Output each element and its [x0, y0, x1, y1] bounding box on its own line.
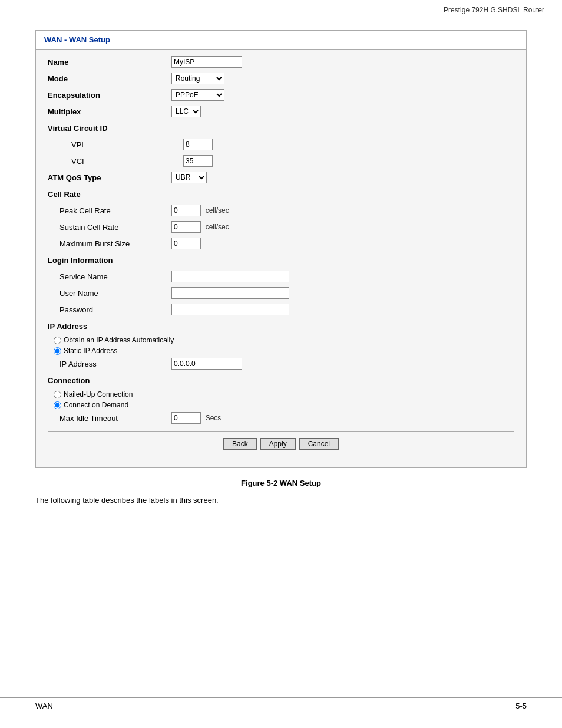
obtain-ip-label: Obtain an IP Address Automatically	[64, 336, 174, 344]
service-name-row: Service Name	[48, 270, 514, 283]
mode-row: Mode Routing Bridge	[48, 72, 514, 85]
obtain-ip-radio[interactable]	[54, 337, 61, 344]
sustain-cell-unit: cell/sec	[206, 223, 229, 231]
user-name-input[interactable]	[171, 287, 289, 299]
encapsulation-label: Encapsulation	[48, 91, 171, 100]
name-control	[171, 56, 514, 68]
atm-qos-select[interactable]: UBR CBR VBR	[171, 172, 207, 183]
vpi-row: VPI	[48, 138, 514, 151]
encapsulation-row: Encapsulation PPPoE RFC 1483 ENET ENCAP …	[48, 88, 514, 101]
name-row: Name	[48, 55, 514, 68]
nailed-up-label: Nailed-Up Connection	[64, 390, 133, 398]
nailed-up-row: Nailed-Up Connection	[48, 390, 514, 398]
multiplex-label: Multiplex	[48, 107, 171, 116]
vci-input[interactable]	[183, 155, 213, 167]
page-title: Prestige 792H G.SHDSL Router	[444, 6, 544, 14]
service-name-label: Service Name	[48, 272, 171, 281]
vpi-control	[183, 139, 514, 150]
virtual-circuit-label: Virtual Circuit ID	[48, 124, 171, 133]
vci-row: VCI	[48, 154, 514, 167]
page-header: Prestige 792H G.SHDSL Router	[0, 0, 562, 18]
button-row: Back Apply Cancel	[48, 438, 514, 450]
footer-left: WAN	[35, 701, 53, 710]
mode-control: Routing Bridge	[171, 73, 514, 84]
user-name-label: User Name	[48, 289, 171, 298]
description-text: The following table describes the labels…	[35, 496, 527, 505]
password-input[interactable]	[171, 304, 289, 315]
user-name-row: User Name	[48, 286, 514, 299]
back-button[interactable]: Back	[223, 438, 257, 450]
password-control	[171, 304, 514, 315]
name-label: Name	[48, 58, 171, 67]
max-idle-input[interactable]	[171, 412, 201, 424]
multiplex-select[interactable]: LLC VC	[171, 106, 201, 117]
vci-control	[183, 155, 514, 167]
sustain-cell-row: Sustain Cell Rate cell/sec	[48, 220, 514, 233]
peak-cell-control: cell/sec	[171, 205, 514, 216]
connect-demand-radio[interactable]	[54, 401, 61, 409]
cancel-button[interactable]: Cancel	[299, 438, 339, 450]
max-idle-label: Max Idle Timeout	[48, 414, 171, 423]
wan-setup-panel: WAN - WAN Setup Name Mode Routing Bridge	[35, 30, 527, 468]
login-info-label: Login Information	[48, 256, 171, 265]
ip-addr-control	[171, 358, 514, 370]
max-idle-control: Secs	[171, 412, 514, 424]
password-row: Password	[48, 303, 514, 316]
page-footer: WAN 5-5	[0, 697, 562, 710]
mode-label: Mode	[48, 74, 171, 83]
peak-cell-row: Peak Cell Rate cell/sec	[48, 204, 514, 217]
connection-label: Connection	[48, 376, 171, 385]
user-name-control	[171, 287, 514, 299]
obtain-ip-row: Obtain an IP Address Automatically	[48, 336, 514, 344]
encapsulation-control: PPPoE RFC 1483 ENET ENCAP PPPoA	[171, 89, 514, 101]
service-name-input[interactable]	[171, 271, 289, 282]
connect-demand-row: Connect on Demand	[48, 401, 514, 409]
ip-addr-row: IP Address	[48, 357, 514, 370]
form-body: Name Mode Routing Bridge Encapsulation	[36, 50, 526, 456]
vpi-label: VPI	[59, 140, 183, 149]
connection-header-row: Connection	[48, 374, 514, 387]
static-ip-label: Static IP Address	[64, 347, 117, 355]
form-divider	[48, 431, 514, 432]
atm-qos-label: ATM QoS Type	[48, 173, 171, 182]
vpi-input[interactable]	[183, 139, 213, 150]
peak-cell-label: Peak Cell Rate	[48, 206, 171, 215]
sustain-cell-input[interactable]	[171, 221, 201, 233]
nailed-up-radio[interactable]	[54, 391, 61, 398]
static-ip-radio[interactable]	[54, 347, 61, 355]
atm-qos-control: UBR CBR VBR	[171, 172, 514, 183]
max-idle-unit: Secs	[206, 414, 222, 422]
max-burst-row: Maximum Burst Size	[48, 237, 514, 250]
multiplex-row: Multiplex LLC VC	[48, 105, 514, 118]
max-burst-control	[171, 238, 514, 249]
apply-button[interactable]: Apply	[260, 438, 296, 450]
ip-addr-input[interactable]	[171, 358, 242, 370]
cell-rate-row: Cell Rate	[48, 187, 514, 200]
ip-address-header-label: IP Address	[48, 322, 171, 331]
footer-right: 5-5	[515, 701, 527, 710]
encapsulation-select[interactable]: PPPoE RFC 1483 ENET ENCAP PPPoA	[171, 89, 224, 101]
sustain-cell-label: Sustain Cell Rate	[48, 223, 171, 232]
login-info-row: Login Information	[48, 253, 514, 266]
max-idle-row: Max Idle Timeout Secs	[48, 411, 514, 424]
peak-cell-input[interactable]	[171, 205, 201, 216]
peak-cell-unit: cell/sec	[206, 206, 229, 215]
service-name-control	[171, 271, 514, 282]
max-burst-label: Maximum Burst Size	[48, 239, 171, 248]
figure-caption: Figure 5-2 WAN Setup	[35, 479, 527, 487]
ip-addr-label: IP Address	[48, 360, 171, 368]
multiplex-control: LLC VC	[171, 106, 514, 117]
cell-rate-label: Cell Rate	[48, 190, 171, 199]
page-content: WAN - WAN Setup Name Mode Routing Bridge	[0, 18, 562, 505]
panel-title: WAN - WAN Setup	[36, 31, 526, 50]
name-input[interactable]	[171, 56, 242, 68]
password-label: Password	[48, 305, 171, 314]
max-burst-input[interactable]	[171, 238, 201, 249]
vci-label: VCI	[59, 157, 183, 166]
ip-address-header-row: IP Address	[48, 319, 514, 332]
sustain-cell-control: cell/sec	[171, 221, 514, 233]
mode-select[interactable]: Routing Bridge	[171, 73, 224, 84]
virtual-circuit-row: Virtual Circuit ID	[48, 121, 514, 134]
atm-qos-row: ATM QoS Type UBR CBR VBR	[48, 171, 514, 184]
connect-demand-label: Connect on Demand	[64, 401, 128, 409]
